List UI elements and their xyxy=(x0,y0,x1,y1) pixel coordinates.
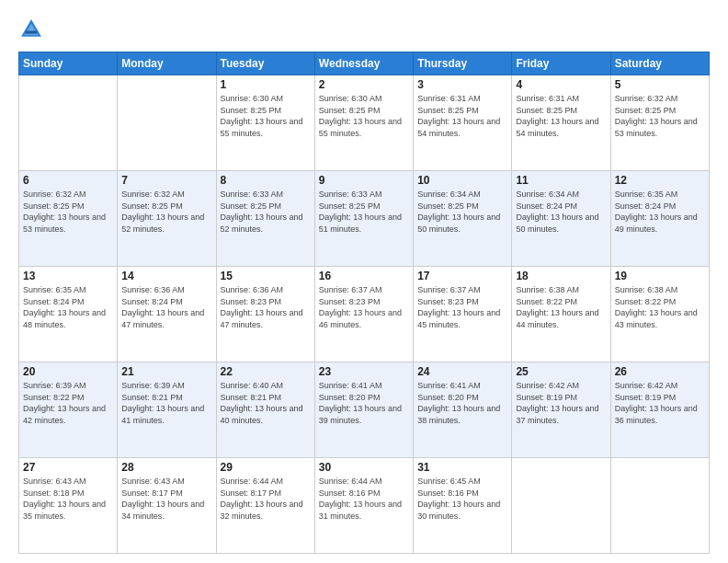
day-info: Sunrise: 6:45 AMSunset: 8:16 PMDaylight:… xyxy=(417,476,507,522)
day-number: 26 xyxy=(615,365,705,378)
day-info: Sunrise: 6:41 AMSunset: 8:20 PMDaylight:… xyxy=(319,380,409,426)
calendar-cell xyxy=(118,75,216,171)
calendar-header-row: SundayMondayTuesdayWednesdayThursdayFrid… xyxy=(19,52,710,75)
calendar-week-row: 20Sunrise: 6:39 AMSunset: 8:22 PMDayligh… xyxy=(19,362,710,458)
weekday-header: Monday xyxy=(118,52,216,75)
day-number: 2 xyxy=(319,78,409,91)
logo xyxy=(18,17,48,42)
weekday-header: Friday xyxy=(512,52,610,75)
weekday-header: Sunday xyxy=(19,52,118,75)
day-number: 27 xyxy=(23,461,113,474)
day-info: Sunrise: 6:32 AMSunset: 8:25 PMDaylight:… xyxy=(23,189,113,235)
calendar-cell: 24Sunrise: 6:41 AMSunset: 8:20 PMDayligh… xyxy=(414,362,512,458)
calendar-cell: 20Sunrise: 6:39 AMSunset: 8:22 PMDayligh… xyxy=(19,362,118,458)
day-info: Sunrise: 6:34 AMSunset: 8:25 PMDaylight:… xyxy=(417,189,507,235)
weekday-header: Saturday xyxy=(610,52,709,75)
day-number: 11 xyxy=(516,174,606,187)
day-info: Sunrise: 6:35 AMSunset: 8:24 PMDaylight:… xyxy=(23,284,113,330)
weekday-header: Wednesday xyxy=(314,52,413,75)
svg-rect-2 xyxy=(26,31,37,34)
weekday-header: Thursday xyxy=(414,52,512,75)
calendar-cell: 16Sunrise: 6:37 AMSunset: 8:23 PMDayligh… xyxy=(314,267,413,362)
day-info: Sunrise: 6:41 AMSunset: 8:20 PMDaylight:… xyxy=(417,380,507,426)
calendar-cell: 7Sunrise: 6:32 AMSunset: 8:25 PMDaylight… xyxy=(118,171,216,267)
day-info: Sunrise: 6:30 AMSunset: 8:25 PMDaylight:… xyxy=(319,93,409,139)
calendar-cell: 15Sunrise: 6:36 AMSunset: 8:23 PMDayligh… xyxy=(216,267,314,362)
day-number: 13 xyxy=(23,270,113,282)
day-number: 16 xyxy=(319,270,409,282)
day-number: 28 xyxy=(121,461,211,474)
weekday-header: Tuesday xyxy=(216,52,314,75)
day-number: 20 xyxy=(23,365,113,378)
day-number: 7 xyxy=(121,174,211,187)
day-info: Sunrise: 6:36 AMSunset: 8:24 PMDaylight:… xyxy=(121,284,211,330)
calendar-cell: 12Sunrise: 6:35 AMSunset: 8:24 PMDayligh… xyxy=(610,171,709,267)
day-number: 1 xyxy=(221,78,311,91)
calendar-cell: 23Sunrise: 6:41 AMSunset: 8:20 PMDayligh… xyxy=(314,362,413,458)
calendar-cell: 4Sunrise: 6:31 AMSunset: 8:25 PMDaylight… xyxy=(512,75,610,171)
day-info: Sunrise: 6:34 AMSunset: 8:24 PMDaylight:… xyxy=(516,189,606,235)
day-info: Sunrise: 6:39 AMSunset: 8:22 PMDaylight:… xyxy=(23,380,113,426)
calendar-cell: 14Sunrise: 6:36 AMSunset: 8:24 PMDayligh… xyxy=(118,267,216,362)
day-info: Sunrise: 6:36 AMSunset: 8:23 PMDaylight:… xyxy=(221,284,311,330)
day-number: 3 xyxy=(417,78,507,91)
calendar-cell: 18Sunrise: 6:38 AMSunset: 8:22 PMDayligh… xyxy=(512,267,610,362)
day-number: 8 xyxy=(221,174,311,187)
day-info: Sunrise: 6:43 AMSunset: 8:18 PMDaylight:… xyxy=(23,476,113,522)
calendar-cell: 26Sunrise: 6:42 AMSunset: 8:19 PMDayligh… xyxy=(610,362,709,458)
day-number: 5 xyxy=(615,78,705,91)
calendar-week-row: 1Sunrise: 6:30 AMSunset: 8:25 PMDaylight… xyxy=(19,75,710,171)
calendar-cell: 22Sunrise: 6:40 AMSunset: 8:21 PMDayligh… xyxy=(216,362,314,458)
day-number: 21 xyxy=(121,365,211,378)
calendar-cell xyxy=(512,458,610,554)
day-info: Sunrise: 6:30 AMSunset: 8:25 PMDaylight:… xyxy=(221,93,311,139)
day-info: Sunrise: 6:31 AMSunset: 8:25 PMDaylight:… xyxy=(417,93,507,139)
day-info: Sunrise: 6:32 AMSunset: 8:25 PMDaylight:… xyxy=(615,93,705,139)
day-number: 30 xyxy=(319,461,409,474)
day-info: Sunrise: 6:32 AMSunset: 8:25 PMDaylight:… xyxy=(121,189,211,235)
logo-icon xyxy=(18,17,44,42)
day-info: Sunrise: 6:44 AMSunset: 8:17 PMDaylight:… xyxy=(221,476,311,522)
calendar-cell: 1Sunrise: 6:30 AMSunset: 8:25 PMDaylight… xyxy=(216,75,314,171)
day-number: 4 xyxy=(516,78,606,91)
day-info: Sunrise: 6:37 AMSunset: 8:23 PMDaylight:… xyxy=(417,284,507,330)
calendar-table: SundayMondayTuesdayWednesdayThursdayFrid… xyxy=(18,52,710,554)
day-number: 24 xyxy=(417,365,507,378)
calendar-cell: 3Sunrise: 6:31 AMSunset: 8:25 PMDaylight… xyxy=(414,75,512,171)
header xyxy=(18,17,710,42)
day-info: Sunrise: 6:42 AMSunset: 8:19 PMDaylight:… xyxy=(516,380,606,426)
day-info: Sunrise: 6:31 AMSunset: 8:25 PMDaylight:… xyxy=(516,93,606,139)
page: SundayMondayTuesdayWednesdayThursdayFrid… xyxy=(0,0,728,563)
day-info: Sunrise: 6:35 AMSunset: 8:24 PMDaylight:… xyxy=(615,189,705,235)
day-info: Sunrise: 6:42 AMSunset: 8:19 PMDaylight:… xyxy=(615,380,705,426)
day-info: Sunrise: 6:38 AMSunset: 8:22 PMDaylight:… xyxy=(615,284,705,330)
day-number: 25 xyxy=(516,365,606,378)
day-number: 17 xyxy=(417,270,507,282)
day-info: Sunrise: 6:43 AMSunset: 8:17 PMDaylight:… xyxy=(121,476,211,522)
day-info: Sunrise: 6:37 AMSunset: 8:23 PMDaylight:… xyxy=(319,284,409,330)
calendar-week-row: 13Sunrise: 6:35 AMSunset: 8:24 PMDayligh… xyxy=(19,267,710,362)
day-number: 6 xyxy=(23,174,113,187)
day-number: 23 xyxy=(319,365,409,378)
calendar-week-row: 6Sunrise: 6:32 AMSunset: 8:25 PMDaylight… xyxy=(19,171,710,267)
day-number: 22 xyxy=(221,365,311,378)
calendar-cell: 30Sunrise: 6:44 AMSunset: 8:16 PMDayligh… xyxy=(314,458,413,554)
day-info: Sunrise: 6:33 AMSunset: 8:25 PMDaylight:… xyxy=(221,189,311,235)
day-info: Sunrise: 6:33 AMSunset: 8:25 PMDaylight:… xyxy=(319,189,409,235)
day-number: 9 xyxy=(319,174,409,187)
day-number: 19 xyxy=(615,270,705,282)
day-info: Sunrise: 6:38 AMSunset: 8:22 PMDaylight:… xyxy=(516,284,606,330)
calendar-cell: 6Sunrise: 6:32 AMSunset: 8:25 PMDaylight… xyxy=(19,171,118,267)
calendar-cell xyxy=(19,75,118,171)
day-info: Sunrise: 6:39 AMSunset: 8:21 PMDaylight:… xyxy=(121,380,211,426)
calendar-cell: 19Sunrise: 6:38 AMSunset: 8:22 PMDayligh… xyxy=(610,267,709,362)
day-info: Sunrise: 6:40 AMSunset: 8:21 PMDaylight:… xyxy=(221,380,311,426)
calendar-cell: 8Sunrise: 6:33 AMSunset: 8:25 PMDaylight… xyxy=(216,171,314,267)
calendar-cell: 25Sunrise: 6:42 AMSunset: 8:19 PMDayligh… xyxy=(512,362,610,458)
day-number: 31 xyxy=(417,461,507,474)
calendar-cell: 29Sunrise: 6:44 AMSunset: 8:17 PMDayligh… xyxy=(216,458,314,554)
calendar-cell: 17Sunrise: 6:37 AMSunset: 8:23 PMDayligh… xyxy=(414,267,512,362)
calendar-cell: 11Sunrise: 6:34 AMSunset: 8:24 PMDayligh… xyxy=(512,171,610,267)
calendar-cell: 5Sunrise: 6:32 AMSunset: 8:25 PMDaylight… xyxy=(610,75,709,171)
calendar-cell: 2Sunrise: 6:30 AMSunset: 8:25 PMDaylight… xyxy=(314,75,413,171)
